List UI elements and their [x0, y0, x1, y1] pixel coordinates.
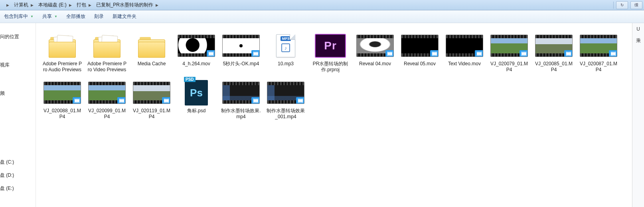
new-folder-button[interactable]: 新建文件夹: [112, 12, 137, 21]
sidebar-item[interactable]: 频: [0, 87, 36, 100]
file-item[interactable]: VJ_020099_01.MP4: [85, 77, 128, 123]
chevron-right-icon: ▶: [31, 3, 34, 7]
file-item[interactable]: Adobe Premiere Pro Audio Previews: [41, 30, 84, 76]
organize-menu[interactable]: 包含到库中 ▼: [3, 12, 34, 21]
sidebar-item-drive-e[interactable]: 盘 (E:): [0, 182, 36, 195]
file-thumb: [132, 79, 171, 106]
video-badge-icon: [564, 50, 573, 57]
sidebar: 问的位置 视库 频 盘 (C:) 盘 (D:) 盘 (E:): [0, 23, 36, 207]
share-menu[interactable]: 共享 ▼: [41, 12, 58, 21]
video-icon: [535, 35, 573, 57]
chevron-right-icon: ▶: [6, 3, 9, 7]
burn-label: 刻录: [94, 13, 104, 20]
file-label: 制作水墨转场效果.mp4: [221, 108, 261, 120]
mp3-icon: MP3♪: [273, 33, 298, 59]
file-thumb: MP3♪: [267, 32, 305, 59]
file-item[interactable]: VJ_020079_01.MP4: [488, 30, 531, 76]
video-badge-icon: [117, 97, 126, 104]
file-item[interactable]: VJ_020085_01.MP4: [532, 30, 575, 76]
right-column: U 乘: [632, 23, 644, 207]
file-item[interactable]: PSDPs角标.psd: [175, 77, 218, 123]
file-item[interactable]: Adobe Premiere Pro Video Previews: [85, 30, 128, 76]
video-icon: [446, 35, 483, 57]
organize-label: 包含到库中: [4, 13, 28, 20]
file-thumb: [535, 32, 573, 59]
file-label: PR水墨转场的制作.prproj: [310, 61, 351, 73]
folder-icon: [93, 35, 121, 57]
video-icon: [267, 82, 304, 104]
file-label: VJ_020079_01.MP4: [489, 61, 529, 73]
video-badge-icon: [251, 97, 260, 104]
sidebar-item[interactable]: 问的位置: [0, 30, 36, 43]
video-icon: [178, 35, 215, 57]
addr-aux-button[interactable]: 缓: [630, 1, 642, 9]
file-item[interactable]: Reveal 04.mov: [354, 30, 397, 76]
sidebar-item[interactable]: 视库: [0, 59, 36, 72]
file-thumb: [222, 32, 260, 59]
right-item[interactable]: U: [636, 26, 640, 32]
chevron-right-icon: ▶: [89, 3, 91, 7]
breadcrumb-label: 本地磁盘 (E:): [38, 2, 67, 8]
file-label: Reveal 05.mov: [404, 61, 436, 67]
play-all-button[interactable]: 全部播放: [65, 12, 86, 21]
chevron-down-icon: ▼: [30, 15, 34, 18]
file-item[interactable]: VJ_020087_01.MP4: [577, 30, 620, 76]
file-item[interactable]: Reveal 05.mov: [398, 30, 441, 76]
file-thumb: [132, 32, 171, 59]
right-item[interactable]: 乘: [636, 37, 641, 44]
breadcrumb-item[interactable]: 本地磁盘 (E:)▶: [36, 0, 74, 10]
file-thumb: [579, 32, 618, 59]
breadcrumb-item[interactable]: 计算机▶: [12, 0, 36, 10]
chevron-right-icon: ▶: [69, 3, 72, 7]
premiere-icon: Pr: [318, 33, 343, 59]
video-icon: [133, 82, 170, 104]
video-icon: [580, 35, 617, 57]
chevron-right-icon: ▶: [156, 3, 158, 7]
file-item[interactable]: 5秒片头-OK.mp4: [219, 30, 263, 76]
sidebar-item-drive-d[interactable]: 盘 (D:): [0, 169, 36, 182]
file-grid: Adobe Premiere Pro Audio PreviewsAdobe P…: [41, 30, 627, 123]
video-badge-icon: [520, 50, 528, 57]
file-label: VJ_020099_01.MP4: [87, 108, 127, 120]
breadcrumb-label: 已复制_PR水墨转场的制作: [96, 2, 153, 8]
file-thumb: [445, 32, 484, 59]
breadcrumb-item[interactable]: 已复制_PR水墨转场的制作▶: [94, 0, 161, 10]
file-item[interactable]: VJ_020088_01.MP4: [41, 77, 84, 123]
new-folder-label: 新建文件夹: [113, 13, 136, 20]
breadcrumb-label: 打包: [77, 2, 86, 8]
breadcrumb-item[interactable]: 打包▶: [74, 0, 94, 10]
video-badge-icon: [609, 50, 617, 57]
file-label: Adobe Premiere Pro Audio Previews: [42, 61, 83, 73]
file-thumb: [356, 32, 394, 59]
breadcrumb-sep-root[interactable]: ▶: [2, 0, 12, 10]
file-thumb: [177, 32, 215, 59]
file-item[interactable]: 制作水墨转场效果_001.mp4: [264, 77, 307, 123]
video-icon: [401, 35, 439, 57]
file-item[interactable]: Text Video.mov: [443, 30, 486, 76]
file-item[interactable]: 制作水墨转场效果.mp4: [219, 77, 263, 123]
file-item[interactable]: 4_h.264.mov: [175, 30, 218, 76]
music-note-icon: ♪: [281, 43, 290, 52]
refresh-button[interactable]: ↻: [616, 1, 628, 9]
file-thumb: [88, 79, 126, 106]
play-all-label: 全部播放: [66, 13, 85, 20]
burn-button[interactable]: 刻录: [93, 12, 105, 21]
file-thumb: [222, 79, 260, 106]
video-badge-icon: [475, 50, 483, 57]
video-icon: [88, 82, 126, 104]
file-pane[interactable]: Adobe Premiere Pro Audio PreviewsAdobe P…: [36, 23, 632, 207]
video-icon: [490, 35, 528, 57]
divider: [613, 2, 614, 9]
breadcrumb-label: 计算机: [14, 2, 28, 8]
file-label: 5秒片头-OK.mp4: [223, 61, 259, 67]
file-label: Adobe Premiere Pro Video Previews: [87, 61, 127, 73]
file-item[interactable]: PrPR水墨转场的制作.prproj: [309, 30, 352, 76]
file-item[interactable]: MP3♪10.mp3: [264, 30, 307, 76]
file-item[interactable]: Media Cache: [130, 30, 173, 76]
file-label: Reveal 04.mov: [359, 61, 391, 67]
folder-icon: [138, 35, 165, 57]
file-item[interactable]: VJ_020119_01.MP4: [130, 77, 173, 123]
file-thumb: [43, 79, 81, 106]
file-thumb: [490, 32, 528, 59]
sidebar-item-drive-c[interactable]: 盘 (C:): [0, 156, 36, 169]
